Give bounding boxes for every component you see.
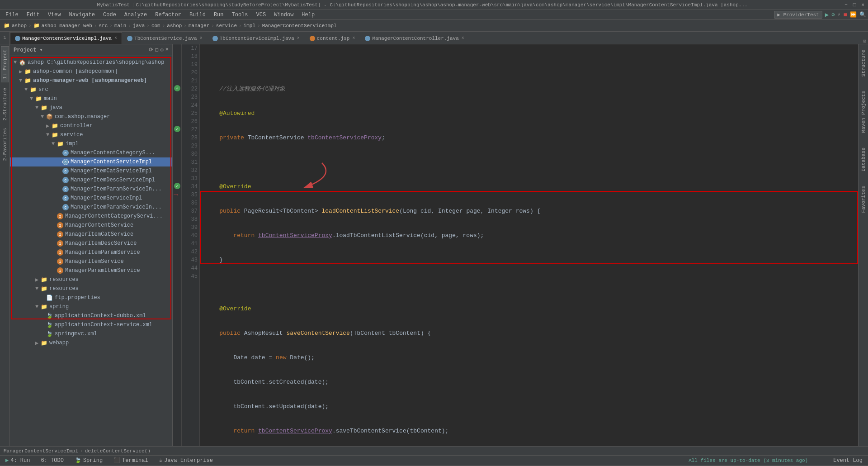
tab-tb-content-service-impl[interactable]: TbContentServiceImpl.java × bbox=[208, 32, 305, 44]
maximize-button[interactable]: □ bbox=[853, 2, 856, 8]
sync-icon[interactable]: ⟳ bbox=[149, 47, 153, 53]
tree-item-service[interactable]: ▼ 📁 service bbox=[10, 130, 172, 139]
breadcrumb-impl[interactable]: impl bbox=[244, 23, 255, 29]
tool-java-enterprise[interactable]: ☕ Java Enterprise bbox=[157, 457, 215, 464]
tab-manager-content-service-impl[interactable]: ManagerContentServiceImpl.java × bbox=[10, 32, 122, 44]
menu-navigate[interactable]: Navigate bbox=[65, 11, 99, 19]
menu-build[interactable]: Build bbox=[186, 11, 209, 19]
breadcrumb-sep10: › bbox=[257, 23, 260, 29]
menu-help[interactable]: Help bbox=[298, 11, 318, 19]
structure-tab[interactable]: 2-Structure bbox=[1, 85, 9, 124]
menu-edit[interactable]: Edit bbox=[23, 11, 43, 19]
collapse-icon[interactable]: ⊟ bbox=[155, 47, 158, 53]
tree-item-java[interactable]: ▼ 📁 java bbox=[10, 103, 172, 112]
breadcrumb-main[interactable]: main bbox=[114, 23, 126, 29]
tree-item-spring[interactable]: ▼ 📁 spring bbox=[10, 302, 172, 311]
code-line-20: private TbContentService tbContentServic… bbox=[205, 134, 853, 142]
breadcrumb-folder-icon: 📁 bbox=[4, 23, 10, 29]
breadcrumb-ashop[interactable]: ashop bbox=[12, 23, 27, 29]
minimize-button[interactable]: − bbox=[844, 2, 848, 8]
close-all-tabs-icon[interactable]: ⊠ bbox=[863, 38, 866, 44]
tree-item-springmvc[interactable]: 🍃 springmvc.xml bbox=[10, 329, 172, 338]
tree-item-src[interactable]: ▼ 📁 src bbox=[10, 85, 172, 94]
close-button[interactable]: × bbox=[861, 2, 864, 8]
tree-item-manager-item-cat-service[interactable]: I ManagerItemCatService bbox=[10, 230, 172, 239]
tree-item-manager-content-service-impl[interactable]: C ManagerContentServiceImpl bbox=[10, 157, 172, 166]
code-line-31: tbContent.setUpdated(date); bbox=[205, 403, 853, 411]
breadcrumb-bar: 📁 ashop › 📁 ashop-manager-web › src › ma… bbox=[0, 20, 868, 32]
breadcrumb-manager[interactable]: manager bbox=[189, 23, 209, 29]
tool-todo[interactable]: 6: TODO bbox=[39, 457, 65, 464]
code-line-26 bbox=[205, 281, 853, 289]
tool-event-log[interactable]: Event Log bbox=[831, 457, 864, 464]
tree-item-manager-item-service-impl[interactable]: C ManagerItemServiceImpl bbox=[10, 194, 172, 203]
tab-content-jsp[interactable]: content.jsp × bbox=[305, 32, 360, 44]
menu-file[interactable]: File bbox=[2, 11, 22, 19]
breadcrumb-src[interactable]: src bbox=[99, 23, 108, 29]
tree-item-manager-item-param-service-impl[interactable]: C ManagerItemParamServiceIn... bbox=[10, 185, 172, 194]
right-panel-structure[interactable]: Structure bbox=[860, 48, 867, 78]
tab-tb-content-service[interactable]: TbContentService.java × bbox=[122, 32, 208, 44]
breadcrumb-sep1: › bbox=[28, 23, 32, 29]
tool-terminal[interactable]: ⬛ Terminal bbox=[112, 457, 150, 464]
menu-window[interactable]: Window bbox=[270, 11, 297, 19]
tree-item-controller[interactable]: ▶ 📁 controller bbox=[10, 121, 172, 130]
right-panel-favorites[interactable]: Favorites bbox=[860, 184, 867, 214]
tree-item-app-context-service[interactable]: 🍃 applicationContext-service.xml bbox=[10, 320, 172, 329]
menu-refactor[interactable]: Refactor bbox=[151, 11, 185, 19]
breadcrumb-java[interactable]: java bbox=[133, 23, 145, 29]
tree-item-manager-item-desc-service-impl[interactable]: C ManagerItemDescServiceImpl bbox=[10, 176, 172, 185]
tree-item-app-context-dubbo[interactable]: 🍃 applicationContext-dubbo.xml bbox=[10, 311, 172, 320]
tree-item-manager-item-desc-service[interactable]: I ManagerItemDescService bbox=[10, 239, 172, 248]
tree-item-resources2[interactable]: ▼ 📁 resources bbox=[10, 284, 172, 293]
breadcrumb-ashop2[interactable]: ashop bbox=[167, 23, 182, 29]
tree-item-com-ashop-manager[interactable]: ▼ 📦 com.ashop.manager bbox=[10, 112, 172, 121]
tree-item-manager-item-param-service[interactable]: I ManagerItemParamService bbox=[10, 248, 172, 257]
menu-view[interactable]: View bbox=[44, 11, 65, 19]
menu-run[interactable]: Run bbox=[210, 11, 227, 19]
tree-item-ftp-properties[interactable]: 📄 ftp.properties bbox=[10, 293, 172, 302]
tree-item-manager-item-service[interactable]: I ManagerItemService bbox=[10, 257, 172, 266]
menu-analyze[interactable]: Analyze bbox=[121, 11, 151, 19]
status-message: All files are up-to-date (3 minutes ago) bbox=[689, 458, 808, 463]
tree-item-manager-content-service[interactable]: I ManagerContentService bbox=[10, 221, 172, 230]
tree-item-manager-item-cat-service-impl[interactable]: C ManagerItemCatServiceImpl bbox=[10, 166, 172, 176]
tree-item-manager-item-param-service-impl2[interactable]: C ManagerItemParamServiceIn... bbox=[10, 203, 172, 212]
menu-bar: File Edit View Navigate Code Analyze Ref… bbox=[0, 10, 868, 20]
tree-item-manager-content-category-service-impl[interactable]: C ManagerContentCategoryS... bbox=[10, 148, 172, 157]
tool-spring[interactable]: 🍃 Spring bbox=[73, 457, 104, 464]
breadcrumb-com[interactable]: com bbox=[151, 23, 160, 29]
code-editor[interactable]: ✓ ✓ ✓ → 17 18 19 20 21 22 23 24 25 bbox=[173, 44, 858, 446]
sidebar-header: Project ▾ ⟳ ⊟ ⚙ × bbox=[10, 44, 172, 56]
right-panel-maven[interactable]: Maven Projects bbox=[860, 89, 867, 134]
tree-item-ashop-manager-web[interactable]: ▼ 📁 ashop-manager-web [ashopmanagerweb] bbox=[10, 76, 172, 85]
favorites-tab[interactable]: 2-Favorites bbox=[1, 125, 9, 164]
code-line-23: public PageResult<TbContent> loadContent… bbox=[205, 207, 853, 215]
sidebar-tree: ▼ 🏠 ashop C:\githubRepositories\shopping… bbox=[10, 56, 172, 446]
settings-icon[interactable]: ⚙ bbox=[160, 47, 164, 53]
line-numbers: 17 18 19 20 21 22 23 24 25 26 27 28 29 3… bbox=[182, 44, 200, 446]
code-line-30: tbContent.setCreated(date); bbox=[205, 378, 853, 386]
right-panel: Structure Maven Projects Database Favori… bbox=[858, 44, 868, 446]
breadcrumb-sep4: › bbox=[128, 23, 131, 29]
code-body[interactable]: //注入远程服务代理对象 @Autowired private TbConten… bbox=[200, 44, 858, 446]
tree-item-manager-content-category-service[interactable]: I ManagerContentCategoryServi... bbox=[10, 212, 172, 221]
tree-item-manager-param-item-service[interactable]: I ManagerParamItemService bbox=[10, 266, 172, 275]
tree-item-webapp[interactable]: ▶ 📁 webapp bbox=[10, 338, 172, 347]
close-sidebar-icon[interactable]: × bbox=[165, 47, 169, 53]
menu-code[interactable]: Code bbox=[99, 11, 120, 19]
tree-item-main[interactable]: ▼ 📁 main bbox=[10, 94, 172, 103]
tool-run[interactable]: ▶ 4: Run bbox=[4, 457, 32, 464]
right-panel-database[interactable]: Database bbox=[860, 146, 867, 173]
breadcrumb-file[interactable]: ManagerContentServiceImpl bbox=[262, 23, 337, 29]
tree-item-ashop[interactable]: ▼ 🏠 ashop C:\githubRepositories\shopping… bbox=[10, 58, 172, 67]
menu-vcs[interactable]: VCS bbox=[253, 11, 270, 19]
menu-tools[interactable]: Tools bbox=[228, 11, 252, 19]
tree-item-resources1[interactable]: ▶ 📁 resources bbox=[10, 275, 172, 284]
project-tab[interactable]: 1: Project bbox=[1, 46, 9, 82]
breadcrumb-service[interactable]: service bbox=[216, 23, 237, 29]
tree-item-ashop-common[interactable]: ▶ 📁 ashop-common [ashopcommon] bbox=[10, 67, 172, 76]
tab-manager-content-controller[interactable]: ManagerContentController.java × bbox=[360, 32, 469, 44]
tree-item-impl[interactable]: ▼ 📁 impl bbox=[10, 139, 172, 148]
breadcrumb-manager-web[interactable]: ashop-manager-web bbox=[42, 23, 92, 29]
